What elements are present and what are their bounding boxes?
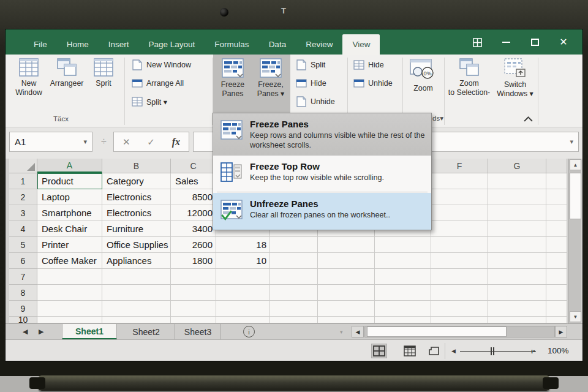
info-circle-icon[interactable]: i: [243, 326, 255, 337]
maximize-button[interactable]: [529, 37, 540, 48]
cell-I9[interactable]: [488, 301, 546, 317]
tab-home[interactable]: Home: [57, 34, 99, 55]
cell-B9[interactable]: [102, 301, 171, 317]
cell-I2[interactable]: [488, 189, 546, 205]
cell-C3[interactable]: 12000: [171, 205, 216, 221]
cell-I1[interactable]: [488, 173, 546, 189]
zoom-slider-thumb[interactable]: [491, 347, 495, 355]
cell-I5[interactable]: [488, 237, 546, 253]
sheet-nav-right-icon[interactable]: ▶: [39, 328, 43, 336]
tab-splitter-icon[interactable]: ▾: [340, 329, 343, 335]
zoom-slider[interactable]: ◀ ı•: [451, 340, 543, 361]
cell-A1[interactable]: Product: [37, 173, 102, 189]
zoom-out-icon[interactable]: ◀: [451, 348, 456, 354]
tab-page-layout[interactable]: Page Layout: [139, 34, 205, 55]
cell-B3[interactable]: Electronics: [102, 205, 171, 221]
cell-B8[interactable]: [102, 285, 171, 301]
cell-C2[interactable]: 8500: [171, 189, 216, 205]
cell-D10[interactable]: [216, 317, 270, 323]
split-button-2[interactable]: Split: [296, 59, 325, 70]
cell-G9[interactable]: [375, 301, 431, 317]
cell-A6[interactable]: Coffee Maker: [37, 253, 102, 269]
cell-J3[interactable]: [546, 205, 567, 221]
cell-E7[interactable]: [270, 269, 318, 285]
cell-J8[interactable]: [546, 285, 567, 301]
cell-G6[interactable]: [375, 253, 431, 269]
cell-A5[interactable]: Printer: [37, 237, 102, 253]
new-window-button-large[interactable]: NewWindow: [10, 57, 47, 97]
cell-I4[interactable]: [488, 221, 546, 237]
cell-D5[interactable]: 18: [216, 237, 270, 253]
cell-B10[interactable]: [102, 317, 171, 323]
cell-E6[interactable]: [270, 253, 318, 269]
cell-J6[interactable]: [546, 253, 567, 269]
column-header-C[interactable]: C: [171, 159, 216, 173]
cell-H5[interactable]: [431, 237, 488, 253]
tab-formulas[interactable]: Formulas: [205, 34, 258, 55]
split-button[interactable]: Split ▾: [132, 96, 167, 107]
zoom-in-icon[interactable]: ı•: [531, 347, 535, 355]
unhide-button-1[interactable]: Unhide: [296, 96, 335, 107]
cell-I6[interactable]: [488, 253, 546, 269]
switch-windows-button[interactable]: SwitchWindows ▾: [493, 57, 537, 99]
cell-H2[interactable]: [431, 189, 488, 205]
sheet-tab-sheet3[interactable]: Sheet3: [175, 324, 221, 340]
cell-H9[interactable]: [431, 301, 488, 317]
cancel-icon[interactable]: ✕: [123, 137, 130, 148]
cell-F10[interactable]: [318, 317, 375, 323]
arrangeer-button[interactable]: Arrangeer: [48, 57, 85, 88]
freeze-panes-button-2[interactable]: Freeze,Panes ▾: [252, 57, 289, 99]
row-header-5[interactable]: 5: [9, 237, 37, 253]
cell-E5[interactable]: [270, 237, 318, 253]
cell-C7[interactable]: [171, 269, 216, 285]
cell-J5[interactable]: [546, 237, 567, 253]
freeze-panes-button-1[interactable]: FreezePanes: [214, 57, 251, 99]
cell-D6[interactable]: 10: [216, 253, 270, 269]
horizontal-scroll-thumb[interactable]: [367, 326, 507, 337]
scroll-up-icon[interactable]: ▲: [570, 159, 581, 170]
zoom-slider-track[interactable]: [460, 351, 536, 352]
cell-J2[interactable]: [546, 189, 567, 205]
cell-B2[interactable]: Electronics: [102, 189, 171, 205]
cell-F7[interactable]: [318, 269, 375, 285]
sprit-button[interactable]: Sprit: [85, 57, 122, 88]
cell-B6[interactable]: Appliances: [102, 253, 171, 269]
enter-icon[interactable]: ✓: [147, 137, 155, 148]
cell-H4[interactable]: [431, 221, 488, 237]
select-all-corner[interactable]: [9, 159, 37, 173]
cell-E9[interactable]: [270, 301, 318, 317]
cell-D8[interactable]: [216, 285, 270, 301]
cell-J1[interactable]: [546, 173, 567, 189]
scroll-down-icon[interactable]: ▼: [570, 311, 581, 322]
cell-F9[interactable]: [318, 301, 375, 317]
menu-item-freeze-top-row[interactable]: Freeze Top Row Keep the top row visible …: [213, 156, 431, 191]
cell-B1[interactable]: Category: [102, 173, 171, 189]
cell-C6[interactable]: 1800: [171, 253, 216, 269]
cell-E10[interactable]: [270, 317, 318, 323]
row-header-3[interactable]: 3: [9, 205, 37, 221]
cell-J7[interactable]: [546, 269, 567, 285]
cell-H3[interactable]: [431, 205, 488, 221]
column-header-blank9[interactable]: [546, 159, 567, 173]
cell-C5[interactable]: 2600: [171, 237, 216, 253]
cell-H6[interactable]: [431, 253, 488, 269]
cell-E8[interactable]: [270, 285, 318, 301]
zoom-button[interactable]: Zoom: [404, 57, 443, 93]
cell-A3[interactable]: Smartphone: [37, 205, 102, 221]
cell-C1[interactable]: Sales: [171, 173, 216, 189]
cell-C10[interactable]: [171, 317, 216, 323]
cell-F6[interactable]: [318, 253, 375, 269]
cell-B7[interactable]: [102, 269, 171, 285]
arrange-all-button[interactable]: Arrange All: [132, 78, 184, 89]
row-header-8[interactable]: 8: [9, 285, 37, 301]
hscroll-right-icon[interactable]: ▶: [555, 326, 567, 337]
formula-bar-expand-icon[interactable]: ▾: [570, 138, 578, 146]
cell-I3[interactable]: [488, 205, 546, 221]
cell-H8[interactable]: [431, 285, 488, 301]
hide-button-1[interactable]: Hide: [296, 78, 326, 89]
tab-file[interactable]: File: [24, 34, 57, 55]
page-layout-view-button[interactable]: [402, 344, 418, 358]
cell-A4[interactable]: Desk Chair: [37, 221, 102, 237]
cell-C4[interactable]: 3400: [171, 221, 216, 237]
sheet-nav-left-icon[interactable]: ◀: [23, 328, 28, 336]
